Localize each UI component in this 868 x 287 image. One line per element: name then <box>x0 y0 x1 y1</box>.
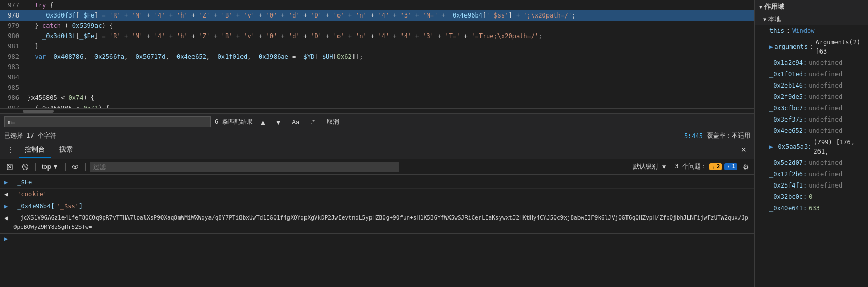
console-expand-2[interactable]: ◀ <box>4 190 10 199</box>
svg-text:i: i <box>728 165 730 170</box>
console-line-3: ▶ _0x4e96b4['_$ss'] <box>0 200 754 212</box>
search-input-wrapper <box>4 116 211 127</box>
line-num-987: 987 <box>0 105 23 108</box>
settings-button[interactable]: ⚙ <box>742 162 750 172</box>
console-toolbar: top ▼ 默认级别 ▼ 3 个问题： <box>0 159 754 175</box>
console-tab-menu-button[interactable]: ⋮ <box>4 144 17 156</box>
scope-key-4: _0x3cfbc7: <box>769 104 807 113</box>
code-content-987: (_0x456805 < 0x71) { <box>23 105 754 108</box>
line-num-977: 977 <box>0 2 23 9</box>
scope-key-this: this <box>769 26 784 36</box>
code-content-982: var _0x408786, _0x2566fa, _0x56717d, _0x… <box>23 53 754 60</box>
scope-item-11: _0x32bc0c: 0 <box>755 191 868 202</box>
warn-count: 2 <box>717 163 720 170</box>
scope-item-12: _0x40e641: 633 <box>755 202 868 214</box>
search-next-button[interactable]: ▼ <box>272 117 284 127</box>
code-lines: 977 try { 978 _0x3d0f3f[_$Fe] = 'R' + 'M… <box>0 0 754 108</box>
search-cancel-button[interactable]: 取消 <box>323 116 343 127</box>
scope-val-arguments: Arguments(2) [63 <box>816 38 864 56</box>
toolbar-sep-3 <box>85 163 86 171</box>
context-selector-button[interactable]: top ▼ <box>40 162 61 172</box>
search-input[interactable] <box>5 117 210 127</box>
scope-item-6: _0x4ee652: undefined <box>755 125 868 137</box>
code-content-977: try { <box>23 2 754 9</box>
scope-item-1: _0x1f01ed: undefined <box>755 69 868 80</box>
scope-val-this: Window <box>792 26 814 36</box>
scope-val-12: 633 <box>809 204 820 213</box>
scope-local-header[interactable]: ▼ 本地 <box>755 13 868 25</box>
toolbar-sep-1 <box>35 163 36 171</box>
scope-colon-this: : <box>786 26 790 36</box>
scope-key-8: _0x5e2d07: <box>769 158 807 167</box>
line-num-980: 980 <box>0 32 23 40</box>
scope-val-7: (799) [176, 261, <box>813 138 864 156</box>
log-level-label: 默认级别 <box>633 162 658 171</box>
toolbar-right: 默认级别 ▼ 3 个问题： ! 2 i 1 <box>633 162 750 172</box>
code-area: 977 try { 978 _0x3d0f3f[_$Fe] = 'R' + 'M… <box>0 0 754 287</box>
scope-val-0: undefined <box>809 58 842 67</box>
selected-chars-label: 已选择 17 个字符 <box>4 131 56 140</box>
scope-item-this: this : Window <box>755 25 868 37</box>
coverage-link[interactable]: 5:445 <box>684 132 703 140</box>
filter-input[interactable] <box>90 162 399 172</box>
code-line-982: 982 var _0x408786, _0x2566fa, _0x56717d,… <box>0 52 754 62</box>
scope-section: ▼ 作用域 ▼ 本地 this : Window ▶ arguments : A… <box>755 0 868 214</box>
scope-colon-arguments: : <box>810 42 813 52</box>
code-content-979: } catch (_0x5399ac) { <box>23 22 754 29</box>
right-panel: ▼ 作用域 ▼ 本地 this : Window ▶ arguments : A… <box>754 0 868 287</box>
code-line-987: 987 (_0x456805 < 0x71) { <box>0 103 754 108</box>
line-num-978: 978 <box>0 12 23 19</box>
scope-key-arguments: arguments <box>774 42 808 52</box>
code-line-977: 977 try { <box>0 0 754 10</box>
toolbar-sep-2 <box>65 163 66 171</box>
eye-button[interactable] <box>70 162 81 172</box>
scope-item-arguments: ▶ arguments : Arguments(2) [63 <box>755 37 868 57</box>
scope-header[interactable]: ▼ 作用域 <box>755 0 868 13</box>
search-regex-button[interactable]: .* <box>307 117 318 127</box>
status-left: 已选择 17 个字符 <box>4 131 56 140</box>
code-content-981: } <box>23 43 754 50</box>
pause-icon <box>22 163 29 171</box>
eye-icon <box>72 163 79 171</box>
line-num-983: 983 <box>0 63 23 71</box>
line-num-986: 986 <box>0 94 23 102</box>
coverage-label: 覆盖率：不适用 <box>707 131 750 140</box>
tab-console[interactable]: 控制台 <box>19 142 51 158</box>
code-line-978: 978 _0x3d0f3f[_$Fe] = 'R' + 'M' + '4' + … <box>0 10 754 21</box>
scope-key-2: _0x2eb146: <box>769 81 807 90</box>
scope-expand-7[interactable]: ▶ <box>769 142 773 151</box>
console-output: ▶ _$Fe ◀ 'cookie' ▶ _0x4e96b4['_$ss'] ◀ … <box>0 175 754 287</box>
horizontal-scrollbar[interactable] <box>0 108 754 113</box>
console-expand-1[interactable]: ▶ <box>4 178 10 187</box>
scope-expand-arguments[interactable]: ▶ <box>769 42 773 52</box>
scope-key-9: _0x12f2b6: <box>769 170 807 179</box>
scope-key-6: _0x4ee652: <box>769 126 807 136</box>
warn-badge: ! 2 <box>709 163 722 170</box>
pause-exceptions-button[interactable] <box>20 162 31 172</box>
console-line-4: ◀ _jcXS1V96AGz1e4LfeF8OCOq9pR7vTTHA7loal… <box>0 212 754 233</box>
issues-label: 3 个问题： <box>674 162 706 171</box>
search-case-button[interactable]: Aa <box>288 117 303 127</box>
scope-key-5: _0x3ef375: <box>769 115 807 124</box>
console-text-4: _jcXS1V96AGz1e4LfeF8OCOq9pR7vTTHA7loalXs… <box>13 213 750 232</box>
line-num-985: 985 <box>0 84 23 91</box>
tab-search[interactable]: 搜索 <box>53 142 79 158</box>
context-label: top <box>42 163 51 171</box>
console-text-2: 'cookie' <box>13 190 750 199</box>
code-line-981: 981 } <box>0 41 754 52</box>
scope-header-arrow: ▼ <box>759 4 762 10</box>
scrollbar-thumb[interactable] <box>23 110 54 113</box>
search-bar: 6 条匹配结果 ▲ ▼ Aa .* 取消 <box>0 113 754 130</box>
code-content-978: _0x3d0f3f[_$Fe] = 'R' + 'M' + '4' + 'h' … <box>23 12 754 19</box>
code-content-986: }x456805 < 0x74) { <box>23 94 754 102</box>
code-status-bar: 已选择 17 个字符 5:445 覆盖率：不适用 <box>0 130 754 141</box>
scope-val-10: undefined <box>809 181 842 190</box>
search-prev-button[interactable]: ▲ <box>257 117 268 127</box>
clear-console-button[interactable] <box>4 162 15 172</box>
console-expand-3[interactable]: ▶ <box>4 201 10 211</box>
scope-key-3: _0x2f9de5: <box>769 92 807 102</box>
code-line-979: 979 } catch (_0x5399ac) { <box>0 21 754 31</box>
console-close-button[interactable]: × <box>736 145 750 156</box>
console-expand-4[interactable]: ◀ <box>4 213 10 223</box>
scope-item-3: _0x2f9de5: undefined <box>755 91 868 103</box>
